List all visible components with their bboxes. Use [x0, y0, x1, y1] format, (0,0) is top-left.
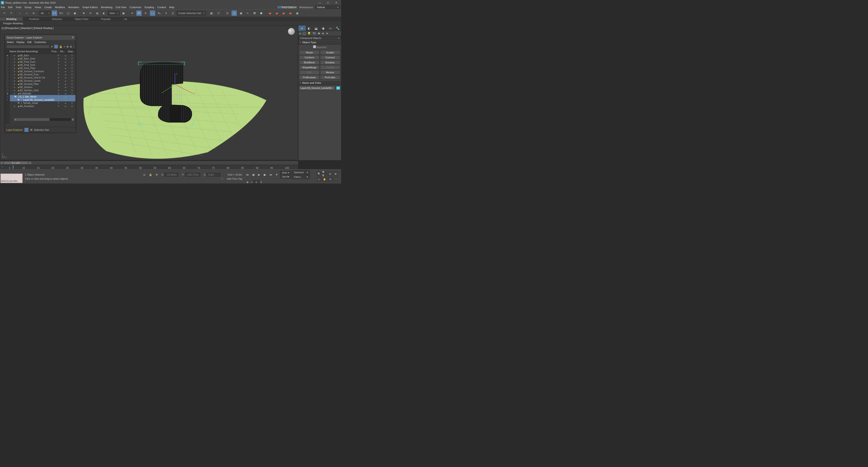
se-more-icon[interactable]: ≣: [70, 45, 72, 48]
se-scroll-left-icon[interactable]: ◂: [14, 118, 17, 121]
se-filter-icon[interactable]: [54, 45, 58, 49]
current-frame-field[interactable]: 0: [253, 180, 259, 183]
isolate-icon[interactable]: ⊡: [143, 173, 145, 176]
ribbon-tab-populate[interactable]: Populate: [94, 17, 117, 21]
unlink-button[interactable]: ⟐̸: [24, 10, 30, 16]
close-button[interactable]: ✕: [332, 0, 340, 5]
set-key-big-button[interactable]: +: [274, 172, 279, 177]
cmd-tab-create[interactable]: +: [298, 26, 306, 31]
track-bar[interactable]: ∿ 51015202530354045505560657075808590951…: [0, 165, 298, 169]
toggle-ribbon-button[interactable]: ▦: [238, 10, 244, 16]
se-menu-customize[interactable]: Customize: [34, 41, 46, 43]
scene-explorer-panel[interactable]: Scene Explorer - Layer Explorer ✕ Select…: [5, 35, 76, 133]
render-in-cloud-button[interactable]: ▦: [294, 10, 300, 16]
coord-display-icon[interactable]: ✥: [156, 173, 158, 176]
create-loft-button[interactable]: Loft: [299, 70, 320, 75]
menu-views[interactable]: Views: [35, 6, 41, 8]
create-geom-icon[interactable]: ●: [299, 32, 301, 35]
keyboard-shortcut-override-button[interactable]: ⌧: [136, 10, 142, 16]
prev-frame-button[interactable]: ◂▮: [251, 172, 256, 177]
manipulate-button[interactable]: ✦: [129, 10, 135, 16]
se-filt-all-icon[interactable]: ◉: [6, 54, 9, 57]
se-filt-lights-icon[interactable]: ◯: [6, 63, 9, 66]
viewport-perspective[interactable]: [+] [Perspective ] [Standard ] [Default …: [0, 26, 298, 160]
trackbar-curve-icon[interactable]: ∿: [1, 166, 3, 168]
scene-explorer-close-icon[interactable]: ✕: [72, 36, 74, 39]
zoom-extents-button[interactable]: ⊡: [328, 171, 333, 176]
add-time-tag-button[interactable]: Add Time Tag: [227, 177, 242, 180]
se-mode-label[interactable]: Layer Explorer: [6, 128, 23, 131]
workspace-dropdown[interactable]: Default: [315, 5, 340, 9]
selection-region-button[interactable]: ◯: [65, 10, 71, 16]
se-filt-help-icon[interactable]: ◯: [6, 70, 9, 73]
se-filt-hidden-icon[interactable]: ◉: [6, 92, 9, 95]
create-cameras-icon[interactable]: 📷: [313, 32, 316, 35]
select-object-button[interactable]: ▭↖: [52, 10, 57, 16]
se-row[interactable]: ▸◢00_First_Grid❄☁⊡: [10, 63, 75, 66]
se-row[interactable]: ▸◢00_Section_Grid❄☁⊡: [10, 89, 75, 92]
render-setup-button[interactable]: 🫖: [267, 10, 273, 16]
se-selset-icon[interactable]: ⊞: [30, 128, 32, 131]
maximize-viewport-button[interactable]: ⛶: [333, 177, 338, 182]
move-button[interactable]: ✥: [81, 10, 87, 16]
se-addlayer-icon[interactable]: +: [64, 45, 65, 48]
se-row[interactable]: ▸◢04_Furniture❄☁⊡: [10, 105, 75, 108]
link-button[interactable]: ⟐: [17, 10, 23, 16]
se-layers-icon[interactable]: ≣: [66, 45, 68, 48]
play-button[interactable]: ▶: [256, 172, 261, 177]
se-row[interactable]: 👁●Terrain_mesh❄☁⊡: [10, 101, 75, 105]
redo-button[interactable]: ↷: [8, 10, 14, 16]
ribbon-tab-freeform[interactable]: Freeform: [23, 17, 46, 21]
menu-edit[interactable]: Edit: [8, 6, 12, 8]
menu-animation[interactable]: Animation: [68, 6, 79, 8]
fov-button[interactable]: ▷: [317, 177, 322, 182]
menu-file[interactable]: File: [1, 6, 5, 8]
align-button[interactable]: ☷: [216, 10, 221, 16]
menu-scripting[interactable]: Scripting: [145, 6, 154, 8]
next-frame-button[interactable]: ▮▸: [262, 172, 268, 177]
key-filters-button[interactable]: Filters...: [292, 175, 310, 179]
maxscript-mini-listener[interactable]: MAXScript Min: [0, 174, 23, 183]
menu-help[interactable]: Help: [169, 6, 174, 8]
time-next-button[interactable]: >: [28, 162, 32, 164]
cmd-tab-utilities[interactable]: 🔧: [334, 26, 341, 31]
set-key-button[interactable]: Set K.: [280, 175, 291, 178]
menu-civilview[interactable]: Civil View: [116, 6, 126, 8]
coord-z-field[interactable]: 0.0m: [207, 173, 220, 176]
menu-create[interactable]: Create: [44, 6, 52, 8]
select-by-name-button[interactable]: ☰↖: [58, 10, 64, 16]
se-clear-search-icon[interactable]: ✕: [51, 45, 53, 48]
se-row[interactable]: 👁●Layer:00_Ground_Lands001❄☁⊡: [10, 98, 75, 101]
se-filt-xref-icon[interactable]: ◯: [6, 79, 9, 82]
schematic-view-button[interactable]: ⬒: [252, 10, 257, 16]
snap-toggle-button[interactable]: 3ˢ: [143, 10, 149, 16]
se-expand-icon[interactable]: ›: [73, 45, 74, 48]
window-crossing-button[interactable]: ▣: [72, 10, 78, 16]
mirror-button[interactable]: ▮▯: [209, 10, 215, 16]
se-row[interactable]: ▸◢00_Ground_Grid & Txt❄☁⊡: [10, 76, 75, 79]
minimize-button[interactable]: —: [316, 0, 324, 5]
se-row[interactable]: ▸◢00_First_Furn❄☁⊡: [10, 60, 75, 63]
se-menu-select[interactable]: Select: [7, 41, 14, 43]
angle-snap-button[interactable]: ∟ₛ: [150, 10, 156, 16]
se-menu-edit[interactable]: Edit: [27, 41, 32, 43]
scale-button[interactable]: ▤: [94, 10, 100, 16]
menu-rendering[interactable]: Rendering: [101, 6, 113, 8]
goto-start-button[interactable]: ⏮: [245, 172, 250, 177]
material-editor-button[interactable]: ⬣: [258, 10, 264, 16]
create-morph-button[interactable]: Morph: [299, 50, 320, 55]
named-selection-dropdown[interactable]: Create Selection Set: [177, 11, 206, 16]
selection-lock-icon[interactable]: 🔒: [149, 173, 152, 176]
se-filt-cam-icon[interactable]: ◯: [6, 66, 9, 70]
se-row[interactable]: ▸◢00_Ground_Furn❄☁⊡: [10, 73, 75, 76]
se-filt-cont-icon[interactable]: ◯: [6, 86, 9, 89]
create-proboolean-button[interactable]: ProBoolean: [299, 75, 320, 80]
bind-spacewarp-button[interactable]: ≋: [31, 10, 36, 16]
ribbon-tab-modeling[interactable]: Modeling: [0, 17, 23, 21]
signin-button[interactable]: 👤 Paul Oplus ▾: [277, 6, 297, 9]
cmd-tab-hierarchy[interactable]: ⬓: [313, 26, 320, 31]
keymode-icon[interactable]: ⊸: [251, 181, 253, 184]
edit-named-selection-button[interactable]: {}: [170, 10, 176, 16]
se-row[interactable]: ▸◢00_Elev❄☁⊡: [10, 54, 75, 57]
object-color-swatch[interactable]: [336, 86, 340, 90]
